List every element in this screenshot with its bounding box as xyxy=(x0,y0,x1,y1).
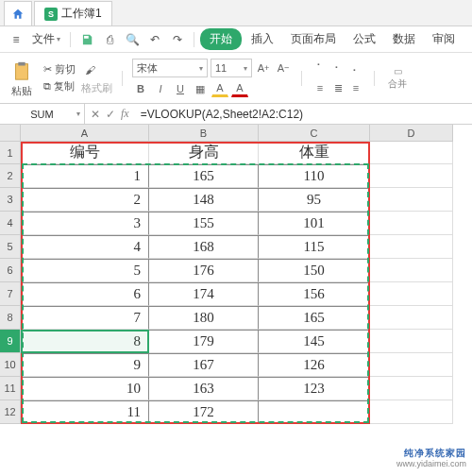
align-right-button[interactable]: ≡ xyxy=(347,79,364,96)
underline-button[interactable]: U xyxy=(172,80,189,97)
cell[interactable]: 176 xyxy=(149,259,259,282)
column-header[interactable]: D xyxy=(370,125,453,142)
cell[interactable]: 115 xyxy=(259,235,370,259)
cell[interactable]: 5 xyxy=(21,259,149,282)
cell[interactable]: 167 xyxy=(149,353,259,377)
cell[interactable]: 编号 xyxy=(21,142,149,164)
row-header[interactable]: 12 xyxy=(0,400,21,424)
align-bottom-button[interactable]: ⠄ xyxy=(347,60,364,76)
tab-page-layout[interactable]: 页面布局 xyxy=(283,28,344,50)
cell[interactable] xyxy=(370,142,453,164)
cell[interactable] xyxy=(370,188,453,212)
cell[interactable]: 165 xyxy=(259,306,370,330)
cell[interactable] xyxy=(370,235,453,259)
column-header[interactable]: A xyxy=(21,125,149,142)
cell[interactable] xyxy=(370,400,453,424)
cell[interactable]: 体重 xyxy=(259,142,370,164)
cell[interactable]: 8 xyxy=(21,330,149,353)
cell[interactable]: 126 xyxy=(259,353,370,377)
undo-button[interactable]: ↶ xyxy=(144,29,165,50)
cell[interactable] xyxy=(370,282,453,306)
decrease-font-button[interactable]: A− xyxy=(275,60,292,76)
cell[interactable]: 9 xyxy=(21,353,149,377)
tab-review[interactable]: 审阅 xyxy=(425,28,463,50)
column-header[interactable]: B xyxy=(149,125,259,142)
cell[interactable]: 6 xyxy=(21,282,149,306)
cell[interactable]: 101 xyxy=(259,212,370,235)
font-color-button[interactable]: A xyxy=(231,80,248,97)
row-header[interactable]: 11 xyxy=(0,377,21,400)
cell[interactable]: 150 xyxy=(259,259,370,282)
copy-button[interactable]: ⧉复制 xyxy=(43,79,76,94)
cell[interactable]: 156 xyxy=(259,282,370,306)
cell[interactable] xyxy=(259,400,370,424)
cell[interactable]: 2 xyxy=(21,188,149,212)
row-header[interactable]: 6 xyxy=(0,259,21,282)
tab-start[interactable]: 开始 xyxy=(200,28,242,50)
row-header[interactable]: 9 xyxy=(0,330,21,353)
cell[interactable]: 4 xyxy=(21,235,149,259)
cell[interactable]: 148 xyxy=(149,188,259,212)
align-center-button[interactable]: ≣ xyxy=(329,79,346,96)
cell[interactable]: 179 xyxy=(149,330,259,353)
column-header[interactable]: C xyxy=(259,125,370,142)
cell[interactable]: 123 xyxy=(259,377,370,400)
tab-data[interactable]: 数据 xyxy=(385,28,423,50)
row-header[interactable]: 8 xyxy=(0,306,21,330)
cell[interactable]: 7 xyxy=(21,306,149,330)
increase-font-button[interactable]: A+ xyxy=(255,60,272,76)
row-header[interactable]: 3 xyxy=(0,188,21,212)
save-button[interactable] xyxy=(76,29,97,50)
cell[interactable]: 3 xyxy=(21,212,149,235)
tab-formula[interactable]: 公式 xyxy=(346,28,383,50)
fx-icon[interactable]: fx xyxy=(121,107,129,121)
cell[interactable] xyxy=(370,164,453,188)
cell[interactable] xyxy=(370,306,453,330)
cell[interactable] xyxy=(370,377,453,400)
cell[interactable]: 11 xyxy=(21,400,149,424)
row-header[interactable]: 1 xyxy=(0,142,21,164)
workbook-tab[interactable]: S 工作簿1 xyxy=(34,1,112,26)
cell[interactable]: 180 xyxy=(149,306,259,330)
merge-button[interactable]: ▭ 合并 xyxy=(384,66,411,91)
align-top-button[interactable]: ⠁ xyxy=(312,60,329,76)
cell[interactable]: 145 xyxy=(259,330,370,353)
cell[interactable] xyxy=(370,259,453,282)
cell[interactable]: 身高 xyxy=(149,142,259,164)
format-painter-button[interactable]: 🖌 xyxy=(81,61,98,78)
tab-insert[interactable]: 插入 xyxy=(244,28,281,50)
print-button[interactable]: ⎙ xyxy=(99,29,120,50)
cell[interactable]: 10 xyxy=(21,377,149,400)
cell[interactable]: 95 xyxy=(259,188,370,212)
cell[interactable]: 110 xyxy=(259,164,370,188)
borders-button[interactable]: ▦ xyxy=(192,80,209,97)
cell[interactable]: 163 xyxy=(149,377,259,400)
cell[interactable]: 174 xyxy=(149,282,259,306)
row-header[interactable]: 10 xyxy=(0,353,21,377)
paste-group[interactable]: 粘贴 xyxy=(6,59,38,98)
bold-button[interactable]: B xyxy=(132,80,149,97)
row-header[interactable]: 5 xyxy=(0,235,21,259)
redo-button[interactable]: ↷ xyxy=(167,29,188,50)
cell[interactable] xyxy=(370,353,453,377)
cell[interactable]: 1 xyxy=(21,164,149,188)
cell[interactable]: 168 xyxy=(149,235,259,259)
cell[interactable] xyxy=(370,212,453,235)
home-tab[interactable] xyxy=(4,1,32,26)
accept-formula-button[interactable]: ✓ xyxy=(106,108,115,121)
fill-color-button[interactable]: A xyxy=(211,80,228,97)
preview-button[interactable]: 🔍 xyxy=(122,29,143,50)
formula-input[interactable]: =VLOOKUP(A2,Sheet2!A2:C12) xyxy=(135,104,472,124)
cell[interactable]: 165 xyxy=(149,164,259,188)
font-size-select[interactable]: 11▾ xyxy=(211,59,252,77)
align-middle-button[interactable]: ⠂ xyxy=(329,60,346,76)
row-header[interactable]: 2 xyxy=(0,164,21,188)
row-header[interactable]: 4 xyxy=(0,212,21,235)
align-left-button[interactable]: ≡ xyxy=(312,79,329,96)
cut-button[interactable]: ✂剪切 xyxy=(43,62,76,76)
file-menu[interactable]: 文件 ▾ xyxy=(28,28,64,50)
row-header[interactable]: 7 xyxy=(0,282,21,306)
italic-button[interactable]: I xyxy=(152,80,169,97)
cancel-formula-button[interactable]: ✕ xyxy=(91,108,100,121)
cell[interactable] xyxy=(370,330,453,353)
